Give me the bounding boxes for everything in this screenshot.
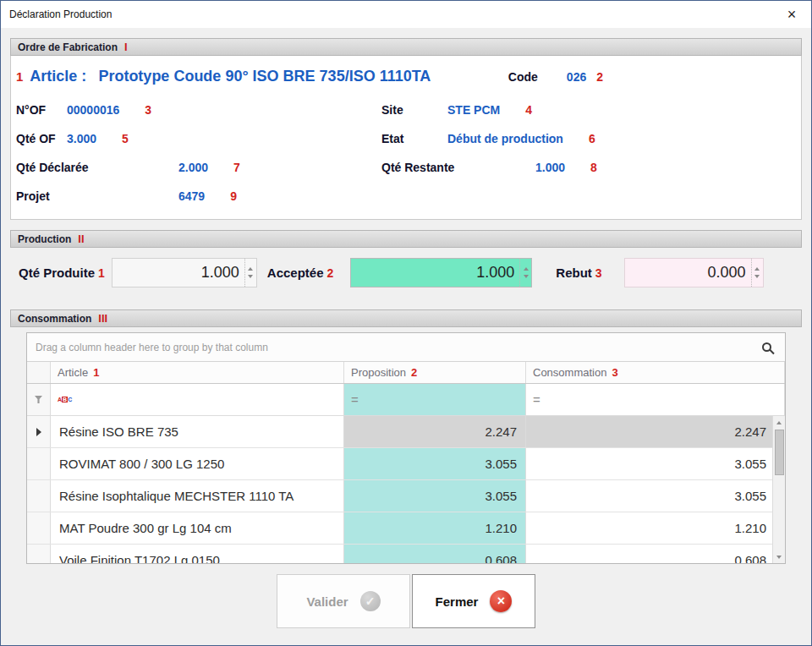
group-by-hint: Drag a column header here to group by th… [36, 342, 268, 353]
qte-restante-label: Qté Restante [381, 161, 535, 174]
declaration-production-dialog: Déclaration Production × Ordre de Fabric… [0, 0, 812, 646]
row-indicator [27, 416, 51, 447]
of-row-1: N°OF 00000016 3 Site STE PCM 4 [14, 96, 798, 124]
abc-filter-icon: ABC [58, 397, 72, 402]
filter-proposition-input[interactable]: = [344, 384, 526, 415]
dialog-buttons: Valider ✓ Fermer × [10, 574, 802, 628]
rebut-label: Rebut [556, 266, 592, 280]
table-row[interactable]: Résine Isophtalique MECHSTER 1110 TA 3.0… [27, 480, 785, 512]
filter-proposition-operator: = [351, 392, 359, 407]
cell-article[interactable]: ROVIMAT 800 / 300 LG 1250 [51, 448, 344, 479]
site-value: STE PCM [447, 103, 500, 117]
spin-down-icon[interactable] [248, 275, 253, 278]
cell-consommation[interactable]: 3.055 [526, 480, 785, 512]
cell-proposition[interactable]: 1.210 [344, 512, 526, 544]
close-circle-icon: × [490, 590, 512, 612]
of-row-4: Projet 6479 9 [14, 182, 798, 211]
column-header-article[interactable]: Article 1 [51, 362, 344, 383]
qte-declaree-label: Qté Déclarée [16, 161, 178, 174]
cell-proposition[interactable]: 2.247 [344, 416, 526, 447]
valider-button[interactable]: Valider ✓ [277, 574, 410, 628]
spin-down-icon[interactable] [754, 275, 760, 278]
spin-down-icon[interactable] [524, 275, 529, 278]
filter-funnel-icon [35, 396, 42, 403]
cell-article[interactable]: Résine Isophtalique MECHSTER 1110 TA [51, 480, 344, 512]
table-row[interactable]: ROVIMAT 800 / 300 LG 1250 3.055 3.055 [27, 448, 785, 480]
etat-value: Début de production [447, 132, 563, 145]
cell-article[interactable]: MAT Poudre 300 gr Lg 104 cm [51, 512, 344, 544]
acceptee-spinner[interactable] [519, 259, 531, 287]
spin-up-icon[interactable] [248, 267, 253, 271]
row-indicator [27, 545, 51, 563]
cell-consommation[interactable]: 0.608 [526, 545, 785, 563]
marker-acceptee: 2 [327, 266, 334, 280]
table-row[interactable]: Voile Finition T1702 Lg 0150 0.608 0.608 [27, 545, 785, 563]
section-title-production: Production [18, 233, 71, 245]
acceptee-input[interactable]: 1.000 [350, 258, 532, 287]
column-header-article-label: Article [58, 366, 88, 379]
qte-declaree-value: 2.000 [178, 161, 208, 174]
table-row[interactable]: Résine ISO BRE 735 2.247 2.247 [27, 416, 785, 448]
cell-consommation[interactable]: 1.210 [526, 512, 785, 544]
section-header-production: Production II [10, 230, 802, 248]
scrollbar-thumb[interactable] [775, 430, 784, 475]
cell-article[interactable]: Voile Finition T1702 Lg 0150 [51, 545, 344, 563]
title-bar: Déclaration Production × [1, 1, 811, 28]
table-row[interactable]: MAT Poudre 300 gr Lg 104 cm 1.210 1.210 [27, 512, 785, 545]
marker-qte-produite: 1 [98, 266, 105, 280]
row-indicator [27, 448, 51, 479]
column-header-consommation[interactable]: Consommation 3 [526, 362, 785, 383]
qte-produite-input[interactable]: 1.000 [112, 258, 257, 287]
scroll-down-icon[interactable] [773, 550, 785, 563]
qte-of-value: 3.000 [67, 132, 96, 145]
window-title: Déclaration Production [9, 8, 112, 20]
cell-proposition[interactable]: 3.055 [344, 448, 526, 479]
projet-label: Projet [16, 189, 178, 203]
section-marker-ordre: I [124, 41, 128, 53]
scroll-up-icon[interactable] [773, 416, 785, 429]
qte-produite-label: Qté Produite [19, 266, 95, 280]
close-icon[interactable]: × [772, 1, 811, 28]
marker-qte-restante: 8 [590, 161, 597, 174]
auto-filter-row: ABC = = [27, 384, 785, 416]
qte-restante-value: 1.000 [535, 161, 565, 174]
spin-up-icon[interactable] [524, 267, 529, 271]
article-line: 1 Article : Prototype Coude 90° ISO BRE … [14, 59, 798, 96]
projet-value: 6479 [178, 189, 205, 203]
column-header-proposition[interactable]: Proposition 2 [344, 362, 526, 383]
row-arrow-icon [36, 428, 41, 436]
site-label: Site [381, 103, 447, 117]
filter-row-indicator [27, 384, 51, 415]
production-row: Qté Produite 1 1.000 Acceptée 2 1.000 Re… [10, 248, 802, 299]
spin-up-icon[interactable] [754, 267, 760, 271]
row-indicator-header [27, 362, 51, 383]
marker-column-proposition: 2 [411, 366, 417, 379]
vertical-scrollbar[interactable] [772, 416, 785, 563]
column-header-proposition-label: Proposition [351, 366, 406, 379]
cell-article[interactable]: Résine ISO BRE 735 [51, 416, 344, 447]
marker-site: 4 [525, 103, 532, 117]
marker-article: 1 [16, 69, 23, 84]
valider-label: Valider [306, 594, 348, 609]
row-indicator [27, 480, 51, 512]
search-icon[interactable] [762, 342, 771, 352]
marker-nof: 3 [145, 103, 151, 117]
rebut-value: 0.000 [625, 264, 751, 282]
cell-consommation[interactable]: 2.247 [526, 416, 785, 447]
cell-consommation[interactable]: 3.055 [526, 448, 785, 479]
filter-article-input[interactable]: ABC [51, 384, 344, 415]
cell-proposition[interactable]: 0.608 [344, 545, 526, 563]
filter-consommation-input[interactable]: = [526, 384, 785, 415]
section-marker-consommation: III [98, 312, 107, 325]
rebut-spinner[interactable] [751, 259, 763, 287]
cell-proposition[interactable]: 3.055 [344, 480, 526, 512]
of-row-2: Qté OF 3.000 5 Etat Début de production … [14, 124, 798, 153]
section-title-ordre: Ordre de Fabrication [18, 41, 118, 53]
qte-produite-spinner[interactable] [244, 259, 256, 287]
fermer-button[interactable]: Fermer × [412, 574, 535, 628]
group-by-panel[interactable]: Drag a column header here to group by th… [27, 333, 785, 362]
check-icon: ✓ [360, 591, 381, 611]
rebut-input[interactable]: 0.000 [624, 258, 764, 287]
code-label: Code [508, 70, 538, 84]
article-value: Prototype Coude 90° ISO BRE 735/ISO 1110… [98, 68, 431, 85]
